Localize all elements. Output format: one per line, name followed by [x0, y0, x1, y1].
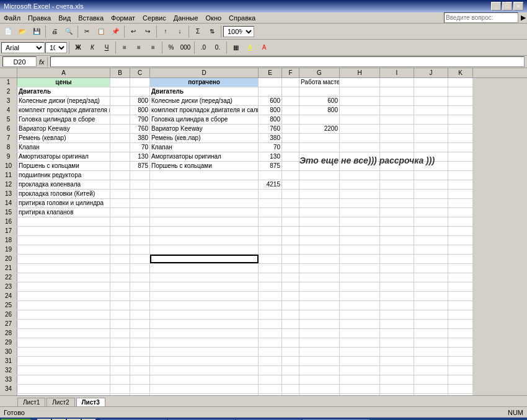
cell-E11[interactable]: [259, 171, 282, 180]
cell-H29[interactable]: [340, 338, 380, 347]
cell-D25[interactable]: [150, 301, 259, 310]
cell-K31[interactable]: [448, 357, 473, 365]
cell-C2[interactable]: [130, 87, 150, 96]
cell-H1[interactable]: [340, 78, 380, 87]
cell-G21[interactable]: [299, 264, 340, 273]
cell-H9[interactable]: [340, 152, 380, 161]
cell-B6[interactable]: [110, 125, 130, 133]
cell-A14[interactable]: притирка головки и цилиндра: [17, 199, 110, 208]
zoom-select[interactable]: 100%: [223, 26, 254, 37]
cell-D26[interactable]: [150, 310, 259, 319]
cell-J33[interactable]: [414, 375, 448, 384]
cell-F24[interactable]: [282, 292, 299, 300]
cell-I35[interactable]: [380, 394, 414, 395]
cell-D11[interactable]: [150, 171, 259, 180]
cell-B4[interactable]: [110, 106, 130, 115]
cell-A5[interactable]: Головка цилиндра в сборе: [17, 115, 110, 124]
cell-E6[interactable]: 760: [259, 125, 282, 133]
cell-J11[interactable]: [414, 171, 448, 180]
cell-I10[interactable]: [380, 162, 414, 170]
cell-H8[interactable]: [340, 143, 380, 152]
cell-D6[interactable]: Вариатор Keeway: [150, 125, 259, 133]
cell-B16[interactable]: [110, 217, 130, 226]
col-header-C[interactable]: C: [130, 68, 150, 77]
cell-D28[interactable]: [150, 329, 259, 338]
cell-K13[interactable]: [448, 190, 473, 198]
cell-K34[interactable]: [448, 385, 473, 393]
cell-E33[interactable]: [259, 375, 282, 384]
cell-H4[interactable]: [340, 106, 380, 115]
cell-F17[interactable]: [282, 227, 299, 235]
cell-H19[interactable]: [340, 245, 380, 254]
cell-A35[interactable]: [17, 394, 110, 395]
cell-D34[interactable]: [150, 385, 259, 393]
cell-F30[interactable]: [282, 348, 299, 356]
cell-C27[interactable]: [130, 320, 150, 328]
menu-data[interactable]: Данные: [171, 14, 201, 22]
cell-H25[interactable]: [340, 301, 380, 310]
menu-edit[interactable]: Правка: [25, 14, 53, 22]
cell-C35[interactable]: [130, 394, 150, 395]
cell-G12[interactable]: [299, 180, 340, 189]
cell-E18[interactable]: [259, 236, 282, 245]
cell-F4[interactable]: [282, 106, 299, 115]
cell-E7[interactable]: 380: [259, 134, 282, 142]
font-select[interactable]: Arial: [1, 42, 45, 53]
cell-B32[interactable]: [110, 366, 130, 375]
cell-D32[interactable]: [150, 366, 259, 375]
cell-D13[interactable]: [150, 190, 259, 198]
cell-A21[interactable]: [17, 264, 110, 273]
cell-K7[interactable]: [448, 134, 473, 142]
cell-J22[interactable]: [414, 273, 448, 282]
cell-B12[interactable]: [110, 180, 130, 189]
cell-C22[interactable]: [130, 273, 150, 282]
col-header-F[interactable]: F: [282, 68, 299, 77]
cell-K5[interactable]: [448, 115, 473, 124]
cell-H22[interactable]: [340, 273, 380, 282]
cell-D1[interactable]: потрачено: [150, 78, 259, 87]
currency-button[interactable]: %: [164, 41, 178, 55]
cell-C21[interactable]: [130, 264, 150, 273]
cell-D10[interactable]: Поршень с кольцами: [150, 162, 259, 170]
cell-K18[interactable]: [448, 236, 473, 245]
cell-B18[interactable]: [110, 236, 130, 245]
cell-B9[interactable]: [110, 152, 130, 161]
cell-G34[interactable]: [299, 385, 340, 393]
cell-B11[interactable]: [110, 171, 130, 180]
cell-A16[interactable]: [17, 217, 110, 226]
cell-C28[interactable]: [130, 329, 150, 338]
cell-F31[interactable]: [282, 357, 299, 365]
cell-I33[interactable]: [380, 375, 414, 384]
cell-F29[interactable]: [282, 338, 299, 347]
cell-F12[interactable]: [282, 180, 299, 189]
cell-D22[interactable]: [150, 273, 259, 282]
col-header-A[interactable]: A: [17, 68, 110, 77]
cell-H23[interactable]: [340, 282, 380, 291]
cell-I25[interactable]: [380, 301, 414, 310]
cell-A23[interactable]: [17, 282, 110, 291]
cell-K22[interactable]: [448, 273, 473, 282]
cell-I16[interactable]: [380, 217, 414, 226]
cell-A3[interactable]: Колесные диски (перед/зад): [17, 97, 110, 105]
cell-K24[interactable]: [448, 292, 473, 300]
cell-B30[interactable]: [110, 348, 130, 356]
cell-E27[interactable]: [259, 320, 282, 328]
undo-button[interactable]: ↩: [126, 25, 140, 38]
cell-G13[interactable]: [299, 190, 340, 198]
cell-A19[interactable]: [17, 245, 110, 254]
cell-J20[interactable]: [414, 255, 448, 263]
cell-G26[interactable]: [299, 310, 340, 319]
cell-C29[interactable]: [130, 338, 150, 347]
cell-H5[interactable]: [340, 115, 380, 124]
cell-I20[interactable]: [380, 255, 414, 263]
cell-G9[interactable]: [299, 152, 340, 161]
cell-A20[interactable]: [17, 255, 110, 263]
grid-body[interactable]: 1ценыпотраченоРабота мастеров2ДвигательД…: [0, 78, 527, 395]
cell-A2[interactable]: Двигатель: [17, 87, 110, 96]
cell-K32[interactable]: [448, 366, 473, 375]
cell-I7[interactable]: [380, 134, 414, 142]
cell-C26[interactable]: [130, 310, 150, 319]
cell-J19[interactable]: [414, 245, 448, 254]
cell-K17[interactable]: [448, 227, 473, 235]
cell-F22[interactable]: [282, 273, 299, 282]
